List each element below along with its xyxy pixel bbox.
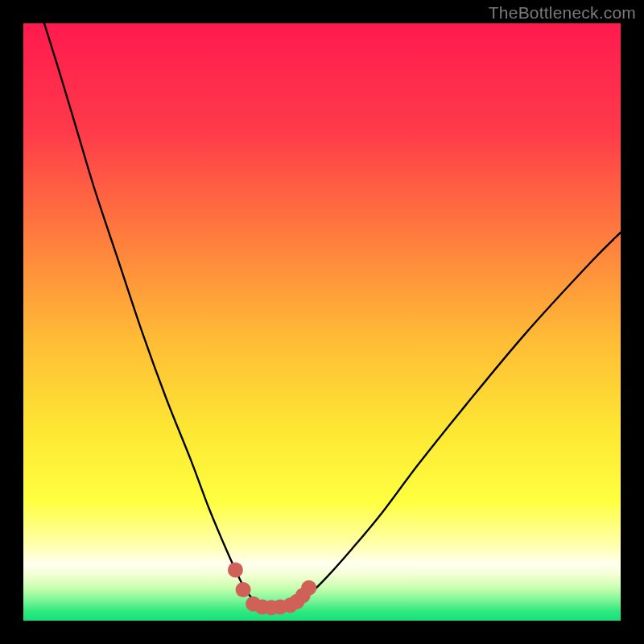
plot-area	[23, 23, 621, 621]
curve-marker	[228, 562, 243, 577]
watermark-text: TheBottleneck.com	[489, 3, 636, 23]
curve-marker	[236, 582, 251, 597]
bottleneck-curve	[23, 23, 621, 621]
chart-stage: TheBottleneck.com	[0, 0, 644, 644]
curve-marker	[301, 580, 316, 596]
